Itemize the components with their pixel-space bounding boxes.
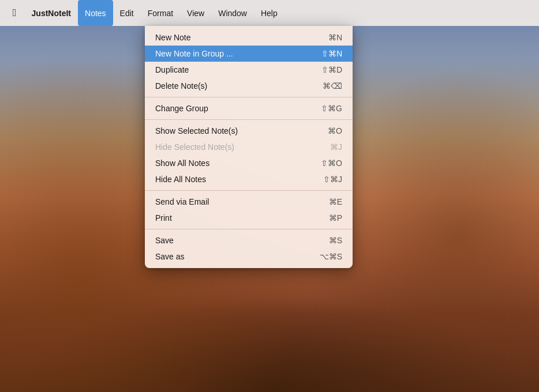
separator-1: [145, 97, 353, 97]
edit-menu[interactable]: Edit: [113, 0, 141, 26]
notes-dropdown-menu: New Note ⌘N New Note in Group ... ⇧⌘N Du…: [145, 26, 353, 268]
separator-2: [145, 119, 353, 120]
menu-item-save[interactable]: Save ⌘S: [145, 232, 353, 248]
menu-item-new-note-label: New Note: [155, 33, 190, 42]
menu-item-send-email-label: Send via Email: [155, 197, 209, 206]
menu-item-print[interactable]: Print ⌘P: [145, 210, 353, 226]
menu-item-show-all-label: Show All Notes: [155, 159, 209, 168]
menu-item-new-note-group-label: New Note in Group ...: [155, 49, 233, 58]
app-name-menu[interactable]: JustNoteIt: [25, 0, 78, 26]
menu-item-show-selected[interactable]: Show Selected Note(s) ⌘O: [145, 123, 353, 139]
help-menu[interactable]: Help: [254, 0, 285, 26]
apple-menu[interactable]: : [5, 0, 25, 26]
separator-3: [145, 190, 353, 191]
menu-item-new-note-group[interactable]: New Note in Group ... ⇧⌘N: [145, 46, 353, 62]
menu-item-hide-selected: Hide Selected Note(s) ⌘J: [145, 139, 353, 155]
menu-item-print-label: Print: [155, 213, 172, 223]
menu-item-new-note[interactable]: New Note ⌘N: [145, 29, 353, 46]
view-menu[interactable]: View: [180, 0, 211, 26]
menu-item-save-as[interactable]: Save as ⌥⌘S: [145, 248, 353, 265]
menu-item-show-all[interactable]: Show All Notes ⇧⌘O: [145, 155, 353, 171]
menu-item-new-note-shortcut: ⌘N: [328, 33, 342, 42]
menu-item-hide-all[interactable]: Hide All Notes ⇧⌘J: [145, 171, 353, 187]
menu-item-delete-notes-shortcut: ⌘⌫: [323, 81, 342, 91]
menu-item-print-shortcut: ⌘P: [329, 213, 342, 223]
menu-item-duplicate[interactable]: Duplicate ⇧⌘D: [145, 62, 353, 78]
separator-4: [145, 229, 353, 229]
notes-menu[interactable]: Notes: [78, 0, 113, 26]
menu-item-send-email-shortcut: ⌘E: [329, 197, 342, 206]
menu-item-show-all-shortcut: ⇧⌘O: [321, 159, 342, 168]
format-menu[interactable]: Format: [141, 0, 180, 26]
menu-item-show-selected-label: Show Selected Note(s): [155, 126, 238, 135]
menu-item-save-as-label: Save as: [155, 252, 185, 261]
menu-item-change-group[interactable]: Change Group ⇧⌘G: [145, 100, 353, 116]
menu-item-show-selected-shortcut: ⌘O: [328, 126, 342, 135]
menu-item-delete-notes-label: Delete Note(s): [155, 81, 207, 91]
menu-item-save-shortcut: ⌘S: [329, 236, 342, 245]
menu-item-hide-all-label: Hide All Notes: [155, 175, 206, 184]
menu-item-delete-notes[interactable]: Delete Note(s) ⌘⌫: [145, 78, 353, 94]
menu-item-duplicate-label: Duplicate: [155, 65, 189, 74]
menu-item-hide-selected-label: Hide Selected Note(s): [155, 142, 234, 152]
menu-item-new-note-group-shortcut: ⇧⌘N: [321, 49, 342, 58]
menu-item-change-group-shortcut: ⇧⌘G: [321, 104, 342, 113]
menu-item-save-label: Save: [155, 236, 174, 245]
window-menu[interactable]: Window: [211, 0, 254, 26]
menu-item-change-group-label: Change Group: [155, 104, 208, 113]
menu-item-save-as-shortcut: ⌥⌘S: [320, 252, 342, 261]
menu-item-hide-selected-shortcut: ⌘J: [330, 142, 342, 152]
menu-item-send-email[interactable]: Send via Email ⌘E: [145, 194, 353, 210]
menu-item-duplicate-shortcut: ⇧⌘D: [321, 65, 342, 74]
menu-item-hide-all-shortcut: ⇧⌘J: [323, 175, 342, 184]
menubar:  JustNoteIt Notes Edit Format View Wind…: [0, 0, 539, 26]
